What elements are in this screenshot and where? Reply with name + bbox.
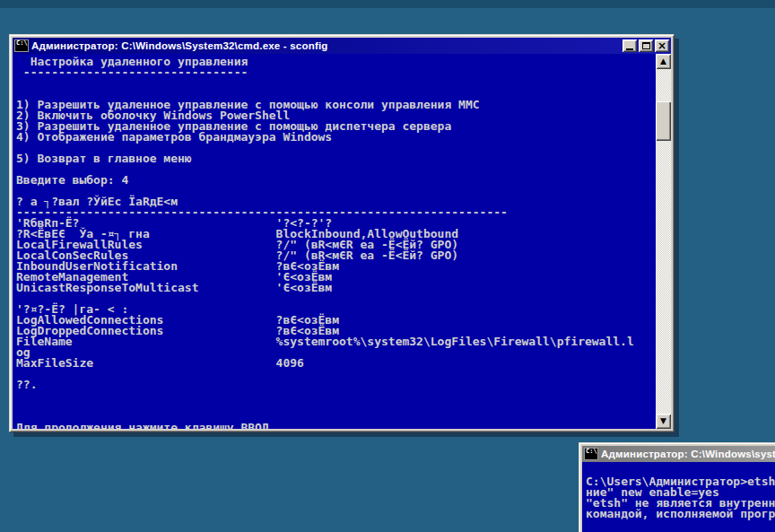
cmd-icon: C:\	[14, 39, 29, 52]
minimize-icon	[626, 48, 633, 50]
maximize-button[interactable]	[639, 39, 653, 52]
secondary-console-output[interactable]: C:\Users\Администратор>etsh ние" new ena…	[582, 462, 775, 532]
cmd-icon-label: C:\	[16, 40, 28, 47]
firewall-row: MaxFileSize 4096	[16, 358, 655, 369]
press-enter-text: Для продолжения нажмите клавишу ВВОД...	[16, 421, 290, 429]
cmd-icon: C:\	[584, 448, 598, 460]
secondary-window-title: Администратор: C:\Windows\syste	[601, 449, 775, 459]
console-line: --------------------------------	[16, 67, 655, 78]
arrow-down-icon: ▼	[660, 417, 666, 425]
main-titlebar[interactable]: C:\ Администратор: C:\Windows\System32\c…	[13, 38, 671, 54]
secondary-cmd-window: C:\ Администратор: C:\Windows\syste C:\U…	[579, 442, 775, 532]
window-controls: ×	[623, 39, 669, 52]
scrollbar-track[interactable]	[656, 69, 671, 414]
menu-item-5: 5) Возврат в главное меню	[16, 153, 655, 164]
firewall-row: FileName %systemroot%\system32\LogFiles\…	[16, 336, 655, 347]
error-line: командой, исполняемой прогр	[586, 509, 775, 519]
scrollbar-thumb[interactable]	[656, 101, 671, 141]
choice-prompt: Введите выбор: 4	[16, 175, 655, 186]
secondary-titlebar[interactable]: C:\ Администратор: C:\Windows\syste	[582, 446, 775, 462]
maximize-icon	[642, 42, 650, 49]
minimize-button[interactable]	[623, 39, 637, 52]
main-cmd-window: C:\ Администратор: C:\Windows\System32\c…	[9, 34, 675, 432]
console-line	[16, 401, 655, 412]
secondary-console-text-area: C:\Users\Администратор>etsh ние" new ena…	[586, 476, 775, 532]
firewall-row: UnicastResponseToMulticast 'Є<озЁвм	[16, 283, 655, 293]
cmd-icon-label: C:\	[586, 449, 597, 455]
scroll-down-button[interactable]: ▼	[656, 414, 671, 429]
press-enter-line: Для продолжения нажмите клавишу ВВОД...	[16, 423, 655, 429]
vertical-scrollbar[interactable]: ▲ ▼	[656, 54, 671, 429]
close-button[interactable]: ×	[655, 39, 669, 52]
menu-item-4: 4) Отображение параметров брандмауэра Wi…	[16, 132, 655, 143]
scroll-up-button[interactable]: ▲	[656, 54, 671, 69]
console-output[interactable]: Настройка удаленного управления --------…	[13, 54, 671, 429]
close-icon: ×	[657, 41, 666, 50]
main-window-title: Администратор: C:\Windows\System32\cmd.e…	[31, 40, 620, 51]
arrow-up-icon: ▲	[660, 57, 666, 65]
console-line: ??.	[16, 379, 655, 390]
console-line	[16, 369, 655, 379]
console-text-area: Настройка удаленного управления --------…	[16, 57, 655, 429]
console-line	[16, 390, 655, 401]
desktop-top-strip	[0, 0, 775, 8]
console-line	[16, 78, 655, 89]
